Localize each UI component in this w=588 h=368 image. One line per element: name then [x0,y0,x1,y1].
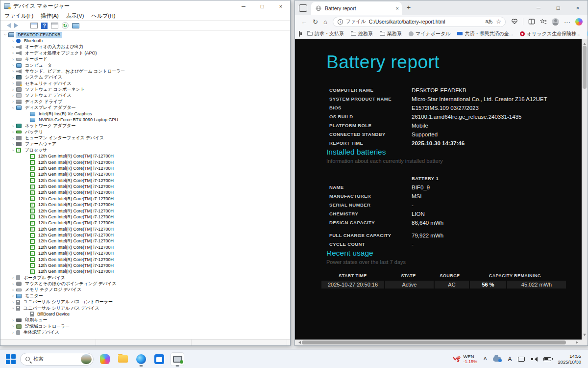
tree-item[interactable]: ›オーディオの入力および出力 [0,44,290,50]
tree-item[interactable]: 12th Gen Intel(R) Core(TM) i7-12700H [0,190,290,196]
stocks-widget[interactable]: G WEN -1.15% [453,354,477,364]
settings-more-icon[interactable]: ··· [564,19,570,25]
browser-minimize-button[interactable]: ─ [529,0,548,15]
ime-indicator[interactable]: A [508,356,512,363]
copilot-icon[interactable] [575,18,583,26]
taskbar-device-manager[interactable] [171,352,184,366]
home-button[interactable]: ⌂ [323,19,327,25]
favorite-star-icon[interactable]: ☆ [496,18,501,25]
tree-item[interactable]: 12th Gen Intel(R) Core(TM) i7-12700H [0,178,290,184]
tree-item[interactable]: ›コンピューター [0,62,290,68]
tree-item[interactable]: 12th Gen Intel(R) Core(TM) i7-12700H [0,196,290,202]
show-action-pane-icon[interactable] [51,23,58,28]
tree-item[interactable]: 12th Gen Intel(R) Core(TM) i7-12700H [0,172,290,178]
tree-item[interactable]: 12th Gen Intel(R) Core(TM) i7-12700H [0,202,290,208]
tree-item[interactable]: Intel(R) Iris(R) Xe Graphics [0,111,290,117]
back-button[interactable]: ← [301,19,307,25]
chevron-expanded-icon[interactable]: › [11,306,16,311]
computer-icon[interactable] [72,23,79,28]
scroll-left-arrow-icon[interactable] [297,341,301,344]
tree-item[interactable]: ›ユニバーサル シリアル バス デバイス [0,305,290,311]
horizontal-scrollbar-thumb[interactable] [302,341,566,344]
tree-item[interactable]: ›セキュリティ デバイス [0,80,290,86]
battery-tray-icon[interactable] [543,357,551,361]
tree-item[interactable]: 12th Gen Intel(R) Core(TM) i7-12700H [0,220,290,226]
tree-item[interactable]: ›ユニバーサル シリアル バス コントローラー [0,299,290,305]
tree-item[interactable]: 12th Gen Intel(R) Core(TM) i7-12700H [0,263,290,268]
menu-item-1[interactable]: 操作(A) [41,12,59,20]
chevron-collapsed-icon[interactable]: › [10,142,16,147]
chevron-collapsed-icon[interactable]: › [10,93,16,98]
taskbar-copilot[interactable] [98,352,112,366]
tree-item[interactable]: ›Bluetooth [0,38,290,44]
tree-item[interactable]: 12th Gen Intel(R) Core(TM) i7-12700H [0,154,290,159]
url-text[interactable]: C:/Users/karto/battery-report.html [369,19,483,25]
tree-item[interactable]: ›ディスプレイ アダプター [0,105,290,111]
tab-actions-icon[interactable] [299,4,307,12]
tree-item[interactable]: ›モニター [0,293,290,299]
tree-item[interactable]: ›記憶域コントローラー [0,323,290,329]
taskbar-store[interactable] [152,352,166,366]
page-info-icon[interactable]: i [338,19,343,25]
tree-item[interactable]: ›ソフトウェア デバイス [0,93,290,99]
tree-item[interactable]: 12th Gen Intel(R) Core(TM) i7-12700H [0,269,290,275]
chevron-collapsed-icon[interactable]: › [10,87,16,92]
bookmark-item[interactable]: オリックス生命保険株... [517,29,583,38]
back-arrow-icon[interactable] [4,23,11,28]
chevron-collapsed-icon[interactable]: › [10,293,16,298]
minimize-button[interactable]: ─ [234,0,253,12]
translate-icon[interactable]: aあ [485,18,493,25]
menu-item-2[interactable]: 表示(V) [66,12,84,20]
search-daily-image[interactable] [81,354,92,364]
tree-item[interactable]: 12th Gen Intel(R) Core(TM) i7-12700H [0,244,290,250]
tree-item[interactable]: ›プロセッサ [0,147,290,153]
tab-close-icon[interactable]: × [396,5,399,11]
tree-item[interactable]: 12th Gen Intel(R) Core(TM) i7-12700H [0,184,290,189]
chevron-expanded-icon[interactable]: › [11,148,16,153]
chevron-collapsed-icon[interactable]: › [10,275,16,280]
tree-item[interactable]: ›バッテリ [0,129,290,135]
tree-item[interactable]: 12th Gen Intel(R) Core(TM) i7-12700H [0,257,290,263]
browser-close-button[interactable]: × [568,0,588,15]
tree-item[interactable]: ›DESKTOP-FEADFKB [0,32,290,38]
forward-arrow-icon[interactable] [14,23,21,28]
tree-item[interactable]: ›ポータブル デバイス [0,275,290,281]
taskbar-clock[interactable]: 14:55 2025/10/30 [558,353,581,365]
profile-avatar[interactable] [552,18,559,26]
horizontal-scrollbar[interactable] [295,340,588,345]
taskbar-edge[interactable] [134,352,148,366]
maximize-button[interactable]: □ [253,0,271,12]
help-icon[interactable]: ? [41,23,48,29]
tree-item[interactable]: ›ネットワーク アダプター [0,123,290,129]
bookmark-item[interactable]: 総務系 [348,29,375,38]
bookmark-item[interactable]: 共済・県民共済の全... [455,29,515,38]
start-button[interactable] [6,354,16,364]
address-bar[interactable]: i ファイル C:/Users/karto/battery-report.htm… [333,17,506,27]
tree-item[interactable]: NVIDIA GeForce RTX 3060 Laptop GPU [0,117,290,123]
chevron-collapsed-icon[interactable]: › [10,288,16,292]
chevron-expanded-icon[interactable]: › [11,105,16,110]
chevron-collapsed-icon[interactable]: › [10,330,16,335]
tree-item[interactable]: ›オーディオ処理オブジェクト (APO) [0,50,290,56]
network-icon[interactable] [518,357,525,362]
bookmark-item[interactable]: 請求・支払系 [305,29,346,38]
chevron-collapsed-icon[interactable]: › [10,318,16,323]
tree-item[interactable]: ›ファームウェア [0,141,290,147]
chevron-collapsed-icon[interactable]: › [10,99,16,104]
refresh-button[interactable]: ↻ [313,19,318,25]
tree-item[interactable]: ›ディスク ドライブ [0,99,290,105]
chevron-expanded-icon[interactable]: › [3,32,8,38]
chevron-collapsed-icon[interactable]: › [10,300,16,305]
tree-item[interactable]: 12th Gen Intel(R) Core(TM) i7-12700H [0,238,290,244]
sidebar-toggle-icon[interactable] [299,31,300,37]
tree-item[interactable]: 12th Gen Intel(R) Core(TM) i7-12700H [0,159,290,165]
onedrive-icon[interactable] [493,357,501,362]
chevron-collapsed-icon[interactable]: › [10,136,16,141]
tree-item[interactable]: 12th Gen Intel(R) Core(TM) i7-12700H [0,232,290,238]
vertical-scrollbar-thumb[interactable] [583,46,587,89]
split-screen-icon[interactable] [528,18,535,25]
tree-item[interactable]: ›サウンド、ビデオ、およびゲーム コントローラー [0,68,290,74]
tree-item[interactable]: ›ヒューマン インターフェイス デバイス [0,135,290,141]
bookmark-item[interactable]: 業務系 [377,29,404,38]
tree-item[interactable]: 12th Gen Intel(R) Core(TM) i7-12700H [0,251,290,257]
